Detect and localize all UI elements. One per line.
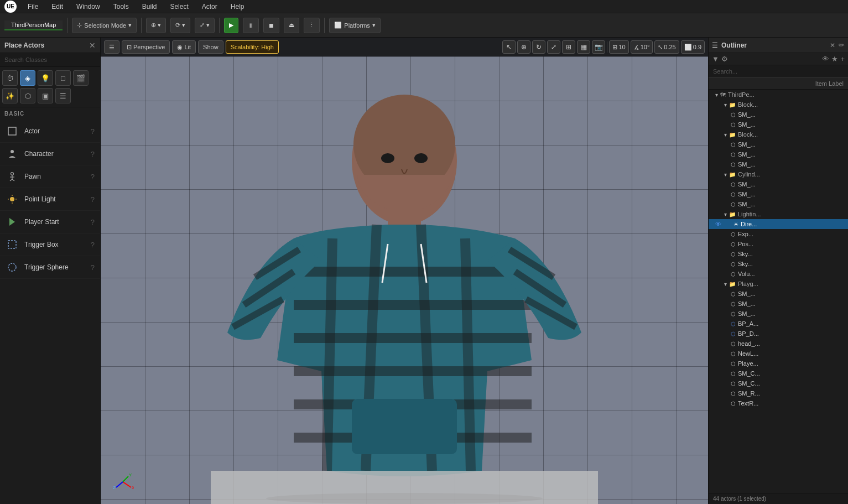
- tab-lights[interactable]: 💡: [38, 70, 53, 86]
- stop-button[interactable]: ⏹: [263, 18, 279, 33]
- menu-actor[interactable]: Actor: [200, 2, 220, 12]
- actor-help-icon[interactable]: ?: [91, 127, 95, 136]
- map-tab[interactable]: ThirdPersonMap: [4, 20, 63, 30]
- menu-window[interactable]: Window: [74, 2, 102, 12]
- outliner-textr[interactable]: ⬡ TextR...: [709, 398, 848, 408]
- actor-item-player-start[interactable]: Player Start ?: [0, 211, 100, 233]
- add-actor-icon[interactable]: +: [840, 55, 845, 63]
- outliner-playg-sm-3[interactable]: ⬡ SM_...: [709, 309, 848, 319]
- tab-cinematic[interactable]: 🎬: [73, 70, 89, 86]
- filter-icon[interactable]: ▼: [712, 55, 719, 63]
- outliner-cylinder-folder[interactable]: ▾ 📁 Cylind...: [709, 169, 848, 179]
- outliner-directional-light[interactable]: 👁 ☀ Dire...: [709, 219, 848, 229]
- outliner-smr[interactable]: ⬡ SM_R...: [709, 388, 848, 398]
- actor-item-trigger-box[interactable]: Trigger Box ?: [0, 233, 100, 256]
- world-local-tool[interactable]: ⊞: [562, 40, 575, 54]
- character-help-icon[interactable]: ?: [91, 150, 95, 158]
- place-actors-close-button[interactable]: ✕: [89, 41, 96, 49]
- show-button[interactable]: Show: [198, 40, 223, 54]
- outliner-sm-item-2[interactable]: ⬡ SM_...: [709, 119, 848, 129]
- outliner-smc-2[interactable]: ⬡ SM_C...: [709, 378, 848, 388]
- outliner-playg-sm-2[interactable]: ⬡ SM_...: [709, 299, 848, 309]
- scale-tool-button[interactable]: ⤢ ▾: [195, 18, 215, 33]
- settings-icon[interactable]: ⚙: [721, 55, 728, 63]
- actor-item-actor[interactable]: Actor ?: [0, 120, 100, 143]
- outliner-smc-1[interactable]: ⬡ SM_C...: [709, 368, 848, 378]
- outliner-block-folder-2[interactable]: ▾ 📁 Block...: [709, 129, 848, 139]
- player-start-help-icon[interactable]: ?: [91, 218, 95, 226]
- more-play-options-button[interactable]: ⋮: [304, 18, 320, 33]
- transform-tool-button[interactable]: ⊕ ▾: [146, 18, 166, 33]
- tab-shapes[interactable]: □: [55, 70, 71, 86]
- outliner-exp-item[interactable]: ⬡ Exp...: [709, 229, 848, 239]
- point-light-help-icon[interactable]: ?: [91, 195, 95, 204]
- menu-file[interactable]: File: [25, 2, 40, 12]
- translate-tool[interactable]: ⊕: [517, 40, 530, 54]
- outliner-sm-item-4[interactable]: ⬡ SM_...: [709, 149, 848, 159]
- eject-button[interactable]: ⏏: [284, 18, 299, 33]
- scalability-button[interactable]: Scalability: High: [226, 40, 279, 54]
- trigger-sphere-help-icon[interactable]: ?: [91, 263, 95, 272]
- tab-geometry[interactable]: ⬡: [20, 88, 35, 103]
- outliner-edit-icon[interactable]: ✏: [839, 41, 845, 49]
- selection-mode-button[interactable]: ⊹ Selection Mode ▾: [72, 18, 137, 33]
- outliner-playground-folder[interactable]: ▾ 📁 Playg...: [709, 279, 848, 289]
- menu-select[interactable]: Select: [168, 2, 190, 12]
- rotate-tool-button[interactable]: ⟳ ▾: [170, 18, 190, 33]
- actor-item-trigger-sphere[interactable]: Trigger Sphere ?: [0, 256, 100, 279]
- search-classes-input[interactable]: [0, 53, 100, 67]
- viewport[interactable]: ☰ ⊡ Perspective ◉ Lit Show Scalability: …: [101, 38, 708, 504]
- angle-snap-control[interactable]: ∡ 10°: [631, 40, 653, 54]
- outliner-lighting-folder[interactable]: ▾ 📁 Lightin...: [709, 209, 848, 219]
- outliner-close-button[interactable]: ✕: [830, 41, 835, 49]
- outliner-sm-item-5[interactable]: ⬡ SM_...: [709, 159, 848, 169]
- lit-button[interactable]: ◉ Lit: [172, 40, 196, 54]
- outliner-sky-item-2[interactable]: ⬡ Sky...: [709, 259, 848, 269]
- outliner-search-input[interactable]: [709, 65, 848, 78]
- outliner-list[interactable]: ▾ 🗺 ThirdPe... ▾ 📁 Block... ⬡ SM_... ⬡ S…: [709, 90, 848, 493]
- outliner-block-folder-1[interactable]: ▾ 📁 Block...: [709, 100, 848, 110]
- menu-tools[interactable]: Tools: [111, 2, 131, 12]
- outliner-root[interactable]: ▾ 🗺 ThirdPe...: [709, 90, 848, 100]
- pawn-help-icon[interactable]: ?: [91, 173, 95, 181]
- outliner-bp-ac[interactable]: ⬡ BP_A...: [709, 319, 848, 329]
- camera-speed-control[interactable]: ⬜ 0.9: [681, 40, 705, 54]
- trigger-box-help-icon[interactable]: ?: [91, 241, 95, 249]
- outliner-sm-item-7[interactable]: ⬡ SM_...: [709, 189, 848, 199]
- outliner-sm-item-8[interactable]: ⬡ SM_...: [709, 199, 848, 209]
- outliner-bp-d[interactable]: ⬡ BP_D...: [709, 329, 848, 339]
- perspective-button[interactable]: ⊡ Perspective: [122, 40, 170, 54]
- outliner-pos-item[interactable]: ⬡ Pos...: [709, 239, 848, 249]
- actor-item-point-light[interactable]: Point Light ?: [0, 188, 100, 211]
- viewport-menu-button[interactable]: ☰: [104, 40, 119, 54]
- outliner-volu-item[interactable]: ⬡ Volu...: [709, 269, 848, 279]
- star-icon[interactable]: ★: [831, 55, 838, 63]
- outliner-sm-item-6[interactable]: ⬡ SM_...: [709, 179, 848, 189]
- visibility-eye-icon[interactable]: 👁: [715, 221, 721, 227]
- outliner-sm-item-1[interactable]: ⬡ SM_...: [709, 110, 848, 119]
- tab-basic[interactable]: ◈: [20, 70, 35, 86]
- pause-button[interactable]: ⏸: [243, 18, 259, 33]
- outliner-newl[interactable]: ⬡ NewL...: [709, 349, 848, 358]
- outliner-playg-sm-1[interactable]: ⬡ SM_...: [709, 289, 848, 299]
- outliner-sm-item-3[interactable]: ⬡ SM_...: [709, 139, 848, 149]
- tab-recently-placed[interactable]: ⏱: [2, 70, 18, 86]
- menu-edit[interactable]: Edit: [49, 2, 65, 12]
- play-button[interactable]: ▶: [224, 18, 238, 33]
- rotate-tool[interactable]: ↻: [532, 40, 545, 54]
- platforms-button[interactable]: ⬜ Platforms ▾: [329, 18, 380, 33]
- actor-item-character[interactable]: Character ?: [0, 143, 100, 165]
- tab-volumes[interactable]: ▣: [38, 88, 53, 103]
- grid-snap-control[interactable]: ⊞ 10: [609, 40, 628, 54]
- outliner-player[interactable]: ⬡ Playe...: [709, 358, 848, 368]
- scale-tool[interactable]: ⤢: [547, 40, 560, 54]
- camera-tool[interactable]: 📷: [592, 40, 605, 54]
- scale-snap-control[interactable]: ⤡ 0.25: [654, 40, 679, 54]
- menu-help[interactable]: Help: [228, 2, 247, 12]
- menu-build[interactable]: Build: [140, 2, 159, 12]
- actor-item-pawn[interactable]: Pawn ?: [0, 165, 100, 188]
- outliner-head[interactable]: ⬡ head_...: [709, 339, 848, 349]
- select-tool[interactable]: ↖: [502, 40, 516, 54]
- tab-all[interactable]: ☰: [55, 88, 71, 103]
- tab-visual-effects[interactable]: ✨: [2, 88, 18, 103]
